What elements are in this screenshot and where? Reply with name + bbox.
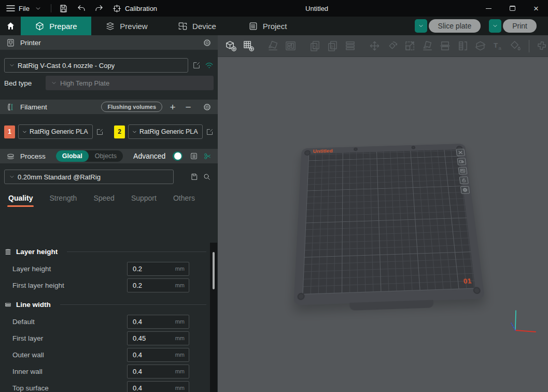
param-unit: mm bbox=[175, 318, 185, 325]
filament-1-edit-icon[interactable] bbox=[96, 128, 104, 136]
param-label: Top surface bbox=[0, 384, 49, 392]
param-input[interactable]: 0.4mm bbox=[127, 348, 189, 362]
param-input[interactable]: 0.2mm bbox=[127, 262, 189, 276]
calibration-button[interactable]: Calibration bbox=[113, 4, 157, 13]
tab-device-label: Device bbox=[192, 22, 216, 31]
printer-settings-gear-icon[interactable] bbox=[203, 38, 212, 47]
param-input[interactable]: 0.45mm bbox=[127, 331, 189, 345]
svg-text:a: a bbox=[498, 45, 501, 51]
compare-presets-icon[interactable] bbox=[203, 152, 212, 160]
add-filament-button[interactable]: + bbox=[167, 102, 178, 112]
svg-text:P: P bbox=[330, 45, 333, 50]
param-unit: mm bbox=[175, 282, 185, 288]
filament-1-preset-select[interactable]: RatRig Generic PLA bbox=[18, 124, 93, 139]
app-window: File Calibration Untitled × Prepare bbox=[0, 0, 548, 392]
calibration-label: Calibration bbox=[125, 5, 157, 12]
print-button[interactable]: Print bbox=[503, 19, 537, 33]
home-button[interactable] bbox=[0, 17, 21, 35]
preset-search-icon[interactable] bbox=[203, 173, 211, 181]
layers-stack-icon[interactable] bbox=[344, 40, 356, 52]
flushing-volumes-button[interactable]: Flushing volumes bbox=[101, 102, 162, 112]
advanced-toggle[interactable] bbox=[173, 151, 182, 161]
tab-speed[interactable]: Speed bbox=[93, 194, 114, 207]
param-label: Layer height bbox=[0, 265, 51, 273]
param-input[interactable]: 0.2mm bbox=[127, 278, 189, 292]
assembly-icon[interactable] bbox=[536, 40, 548, 52]
minimize-button[interactable] bbox=[476, 0, 500, 17]
tab-quality[interactable]: Quality bbox=[8, 194, 33, 207]
filament-2-preset-select[interactable]: RatRig Generic PLA bbox=[128, 124, 203, 139]
printer-edit-icon[interactable] bbox=[192, 61, 201, 69]
scrollbar-thumb[interactable] bbox=[213, 252, 215, 289]
slice-dropdown-button[interactable] bbox=[415, 19, 427, 33]
sidebar: Printer RatRig V-Cast 0.4 nozzle - Copy … bbox=[0, 35, 218, 392]
param-label: First layer height bbox=[0, 282, 64, 289]
filament-settings-gear-icon[interactable] bbox=[203, 103, 212, 111]
tab-strength[interactable]: Strength bbox=[49, 194, 77, 207]
printer-preset-select[interactable]: RatRig V-Cast 0.4 nozzle - Copy bbox=[4, 58, 188, 73]
auto-orient-icon[interactable] bbox=[267, 40, 279, 52]
slice-plate-button[interactable]: Slice plate bbox=[429, 19, 481, 33]
add-object-icon[interactable] bbox=[225, 40, 237, 52]
param-input[interactable]: 0.4mm bbox=[127, 315, 189, 329]
move-icon[interactable] bbox=[369, 40, 381, 52]
plate-delete-icon[interactable] bbox=[456, 149, 465, 156]
copy-icon[interactable]: O bbox=[309, 40, 321, 52]
save-icon[interactable] bbox=[59, 3, 69, 13]
add-plate-icon[interactable] bbox=[243, 40, 255, 52]
arrange-icon[interactable] bbox=[285, 40, 297, 52]
svg-text:O: O bbox=[313, 45, 316, 50]
chevron-down-icon bbox=[418, 23, 424, 29]
group-divider bbox=[67, 251, 206, 252]
minus-icon: − bbox=[185, 102, 191, 112]
maximize-button[interactable] bbox=[500, 0, 524, 17]
tab-others[interactable]: Others bbox=[173, 194, 195, 207]
process-preset-value: 0.20mm Standard @RatRig bbox=[18, 173, 101, 181]
remove-filament-button[interactable]: − bbox=[183, 102, 193, 112]
close-button[interactable]: × bbox=[524, 0, 548, 17]
paint-icon[interactable] bbox=[510, 40, 522, 52]
param-row: Default 0.4mm bbox=[0, 313, 218, 330]
tab-prepare[interactable]: Prepare bbox=[21, 17, 91, 35]
scale-icon[interactable] bbox=[404, 40, 416, 52]
paste-icon[interactable]: P bbox=[327, 40, 339, 52]
filament-2-edit-icon[interactable] bbox=[206, 128, 214, 136]
axis-indicator bbox=[511, 311, 536, 332]
print-dropdown-button[interactable] bbox=[489, 19, 501, 33]
plate-settings-icon[interactable] bbox=[460, 186, 470, 194]
file-dropdown-chevron-icon[interactable] bbox=[33, 3, 44, 13]
layer-height-stack-icon bbox=[4, 248, 12, 256]
plate-arrange-icon[interactable] bbox=[458, 167, 468, 174]
preset-save-icon[interactable] bbox=[190, 173, 199, 181]
tab-preview[interactable]: Preview bbox=[91, 17, 162, 35]
tab-project[interactable]: Project bbox=[232, 17, 303, 35]
scope-objects-option[interactable]: Objects bbox=[89, 150, 123, 162]
undo-icon[interactable] bbox=[76, 3, 87, 13]
plate-rename-icon[interactable] bbox=[457, 158, 467, 165]
plate-lock-icon[interactable] bbox=[459, 176, 469, 184]
rotate-icon[interactable] bbox=[386, 40, 398, 52]
param-unit: mm bbox=[175, 335, 185, 341]
param-input[interactable]: 0.4mm bbox=[127, 365, 189, 379]
process-list-icon[interactable] bbox=[190, 152, 198, 160]
param-input[interactable]: 0.4mm bbox=[127, 381, 189, 392]
sidebar-scrollbar[interactable] bbox=[210, 243, 217, 392]
process-preset-select[interactable]: 0.20mm Standard @RatRig bbox=[4, 170, 174, 184]
cut-icon[interactable] bbox=[474, 40, 486, 52]
viewport-3d[interactable]: O P Ta Untitled 01 bbox=[218, 35, 548, 392]
filament-2-color-badge[interactable]: 2 bbox=[114, 125, 125, 138]
printer-connection-wifi-icon[interactable] bbox=[205, 62, 214, 69]
bed-type-select[interactable]: High Temp Plate bbox=[46, 76, 214, 90]
variable-layer-height-icon[interactable] bbox=[457, 40, 469, 52]
redo-icon[interactable] bbox=[94, 3, 104, 13]
scope-global-option[interactable]: Global bbox=[56, 150, 89, 162]
text-icon[interactable]: Ta bbox=[492, 40, 504, 52]
filament-1-color-badge[interactable]: 1 bbox=[4, 125, 15, 138]
lay-flat-icon[interactable] bbox=[421, 40, 433, 52]
process-section-header: Process Global Objects Advanced bbox=[0, 149, 218, 163]
build-plate[interactable]: Untitled 01 bbox=[293, 144, 485, 305]
tab-support[interactable]: Support bbox=[131, 194, 157, 207]
split-icon[interactable] bbox=[439, 40, 451, 52]
tab-device[interactable]: Device bbox=[162, 17, 232, 35]
file-menu-button[interactable]: File bbox=[6, 5, 30, 12]
